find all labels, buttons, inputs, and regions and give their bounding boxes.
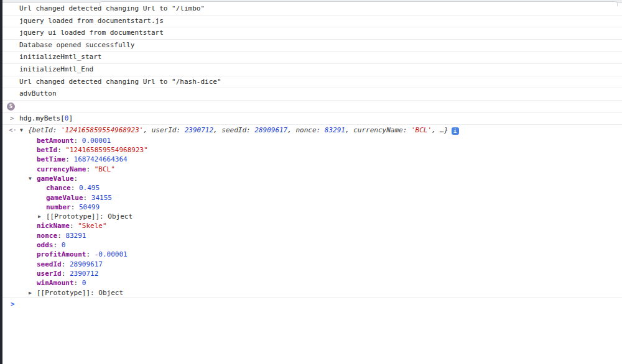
tree-row: profitAmount: -0.00001: [2, 250, 622, 259]
log-message: initializeHmtl_End: [19, 65, 93, 73]
property-key: betId: [37, 146, 57, 154]
return-value-icon: <·: [9, 125, 20, 135]
filter-input[interactable]: [100, 1, 618, 6]
log-message: initializeHmtl_start: [19, 53, 101, 61]
page-edge-strip: [0, 0, 2, 364]
log-row: Database opened successfully: [2, 40, 622, 52]
property-key: [[Prototype]]: [46, 212, 100, 221]
property-value: "Skele": [78, 222, 106, 230]
property-key: odds: [37, 241, 53, 249]
property-value: Object: [98, 289, 123, 297]
property-key: seedId: [37, 260, 62, 268]
property-key: winAmount: [37, 279, 74, 287]
tree-row: chance: 0.495: [2, 183, 622, 193]
property-value: 83291: [65, 232, 86, 240]
message-count-badge[interactable]: 5: [7, 102, 15, 111]
console-toolbar-sliver: [2, 0, 622, 3]
property-key: gameValue: [46, 194, 83, 202]
property-value: 0: [82, 279, 86, 287]
property-value: -0.00001: [95, 250, 128, 258]
property-value: 0: [62, 241, 66, 249]
info-icon[interactable]: i: [452, 127, 459, 135]
property-value: "124165859554968923": [65, 146, 147, 154]
expand-arrow-icon[interactable]: ▼: [29, 174, 37, 183]
console-panel: Url changed detected changing Url to "/l…: [2, 3, 622, 310]
command-chevron-icon: >: [10, 113, 19, 124]
property-key: nonce: [37, 232, 57, 240]
tree-row: betTime: 1687424664364: [2, 155, 622, 164]
property-value: 28909617: [70, 260, 103, 268]
prompt-chevron-icon: >: [11, 298, 15, 310]
property-key: userId: [37, 270, 62, 278]
prompt-row: >: [2, 298, 622, 310]
tree-row: ▼gameValue:: [2, 174, 622, 183]
tree-row: number: 50499: [2, 202, 622, 212]
log-message: jquery ui loaded from documentstart: [19, 29, 164, 37]
log-row: initializeHmtl_start: [2, 52, 622, 64]
property-key: currencyName: [37, 165, 86, 173]
expand-arrow-icon[interactable]: ▶: [38, 212, 46, 221]
property-key: profitAmount: [37, 250, 86, 258]
tree-row: nickName: "Skele": [2, 221, 622, 230]
property-key: number: [46, 203, 71, 211]
property-value: 1687424664364: [74, 155, 128, 163]
tree-row: userId: 2390712: [2, 269, 622, 278]
property-value: Object: [108, 212, 132, 221]
result-row: <·▼{betId: '124165859554968923', userId:…: [2, 125, 622, 136]
log-message: Url changed detected changing Url to "/h…: [19, 78, 221, 86]
log-row: advButton: [2, 88, 622, 101]
tree-row: currencyName: "BCL": [2, 165, 622, 174]
prototype-row: ▶[[Prototype]]: Object: [2, 288, 622, 298]
log-row: jquery loaded from documentstart.js: [2, 16, 622, 28]
property-key: gameValue: [37, 175, 74, 183]
property-value: 0.00001: [82, 137, 111, 145]
expand-arrow-icon[interactable]: ▼: [20, 125, 28, 135]
property-key: nickName: [37, 222, 70, 230]
tree-row: seedId: 28909617: [2, 260, 622, 269]
log-message: advButton: [19, 89, 57, 98]
property-key: [[Prototype]]: [37, 289, 90, 297]
tree-row: gameValue: 34155: [2, 193, 622, 202]
object-preview[interactable]: {betId: '124165859554968923', userId: 23…: [28, 126, 448, 134]
log-row: initializeHmtl_End: [2, 64, 622, 76]
log-row: jquery ui loaded from documentstart: [2, 27, 622, 40]
log-row: Url changed detected changing Url to "/h…: [2, 76, 622, 89]
repeat-count-row: 5: [2, 101, 622, 113]
command-text: hdg.myBets[0]: [19, 114, 73, 122]
property-value: 34155: [91, 194, 112, 202]
property-value: 0.495: [79, 184, 100, 192]
tree-row: betAmount: 0.00001: [2, 136, 622, 145]
expand-arrow-icon[interactable]: ▶: [29, 288, 37, 298]
console-input[interactable]: [20, 298, 622, 310]
command-row[interactable]: >hdg.myBets[0]: [2, 113, 622, 125]
property-value: 2390712: [70, 270, 98, 278]
property-value: 50499: [79, 203, 100, 211]
log-message: jquery loaded from documentstart.js: [19, 17, 164, 25]
property-key: betAmount: [37, 137, 74, 145]
tree-row: betId: "124165859554968923": [2, 145, 622, 155]
property-key: betTime: [37, 155, 65, 163]
tree-row: winAmount: 0: [2, 278, 622, 288]
tree-row: nonce: 83291: [2, 231, 622, 240]
tree-row: odds: 0: [2, 240, 622, 250]
property-key: chance: [46, 184, 71, 192]
prototype-row: ▶[[Prototype]]: Object: [2, 212, 622, 221]
property-value: "BCL": [95, 165, 115, 173]
log-message: Database opened successfully: [19, 41, 134, 49]
